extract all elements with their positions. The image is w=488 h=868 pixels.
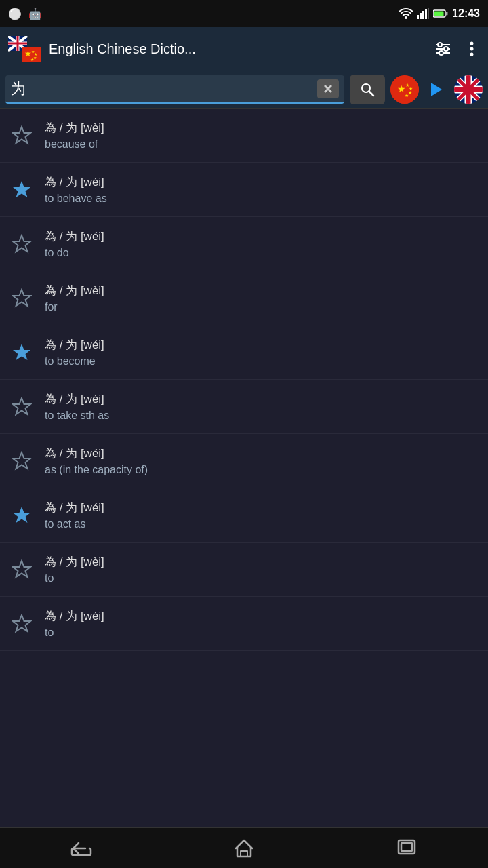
- list-item[interactable]: 為 / 为 [wéi]as (in the capacity of): [0, 434, 488, 488]
- status-right-icons: 12:43: [399, 7, 480, 20]
- filter-icon[interactable]: [434, 39, 453, 58]
- direction-arrow-button[interactable]: [424, 75, 449, 104]
- notification-dot-icon: ⚪: [8, 7, 22, 20]
- search-input-wrapper: [5, 75, 344, 104]
- app-logo: ★ ★ ★ ★ ★: [8, 36, 41, 62]
- svg-point-28: [470, 47, 474, 51]
- chinese-flag-button[interactable]: ★ ★ ★ ★ ★: [390, 75, 419, 104]
- item-english-text: to act as: [45, 518, 480, 530]
- item-content: 為 / 为 [wéi]to act as: [45, 500, 480, 530]
- status-bar: ⚪ 🤖 12:43: [0, 0, 488, 27]
- back-button[interactable]: [54, 835, 108, 862]
- clear-button[interactable]: [317, 79, 339, 98]
- item-chinese-text: 為 / 为 [wèi]: [45, 283, 480, 298]
- svg-point-25: [444, 47, 448, 51]
- list-item[interactable]: 為 / 为 [wéi]to act as: [0, 488, 488, 542]
- search-bar: ★ ★ ★ ★ ★: [0, 71, 488, 108]
- favorite-star-icon[interactable]: [8, 285, 35, 312]
- list-item[interactable]: 為 / 为 [wèi]because of: [0, 108, 488, 163]
- item-english-text: as (in the capacity of): [45, 464, 480, 476]
- favorite-star-icon[interactable]: [8, 556, 35, 583]
- item-english-text: to take sth as: [45, 410, 480, 422]
- wifi-icon: [399, 8, 413, 19]
- svg-marker-30: [324, 85, 332, 93]
- recents-button[interactable]: [380, 835, 434, 862]
- favorite-star-icon[interactable]: [8, 448, 35, 475]
- list-item[interactable]: 為 / 为 [wéi]to take sth as: [0, 380, 488, 434]
- item-content: 為 / 为 [wéi]to take sth as: [45, 391, 480, 422]
- search-input[interactable]: [11, 80, 317, 98]
- item-chinese-text: 為 / 为 [wéi]: [45, 446, 480, 461]
- svg-point-29: [470, 53, 474, 56]
- svg-text:★: ★: [30, 58, 34, 62]
- item-english-text: for: [45, 301, 480, 313]
- list-item[interactable]: 為 / 为 [wéi]to behave as: [0, 163, 488, 217]
- item-chinese-text: 為 / 为 [wéi]: [45, 500, 480, 515]
- svg-rect-7: [446, 12, 448, 16]
- svg-marker-50: [13, 127, 30, 143]
- svg-point-26: [439, 51, 443, 55]
- item-english-text: to: [45, 627, 480, 639]
- favorite-star-icon[interactable]: [8, 231, 35, 258]
- item-chinese-text: 為 / 为 [wéi]: [45, 337, 480, 353]
- status-time: 12:43: [452, 7, 480, 20]
- svg-rect-1: [420, 13, 422, 19]
- favorite-star-icon[interactable]: [8, 610, 35, 637]
- item-content: 為 / 为 [wéi]to do: [45, 229, 480, 259]
- item-chinese-text: 為 / 为 [wéi]: [45, 229, 480, 244]
- item-content: 為 / 为 [wèi]for: [45, 283, 480, 313]
- app-bar-actions: [434, 39, 480, 58]
- item-english-text: to do: [45, 247, 480, 259]
- app-title: English Chinese Dictio...: [49, 41, 426, 57]
- favorite-star-icon[interactable]: [8, 122, 35, 149]
- result-list: 為 / 为 [wèi]because of為 / 为 [wéi]to behav…: [0, 108, 488, 827]
- svg-point-24: [438, 43, 442, 47]
- item-chinese-text: 為 / 为 [wèi]: [45, 554, 480, 570]
- list-item[interactable]: 為 / 为 [wéi]to: [0, 597, 488, 651]
- battery-icon: [433, 9, 448, 18]
- status-left-icons: ⚪ 🤖: [8, 7, 42, 20]
- svg-rect-0: [417, 15, 419, 19]
- item-content: 為 / 为 [wéi]to: [45, 608, 480, 639]
- svg-marker-55: [13, 398, 30, 414]
- item-content: 為 / 为 [wèi]to: [45, 554, 480, 585]
- android-icon: 🤖: [28, 7, 42, 20]
- favorite-star-icon[interactable]: [8, 176, 35, 203]
- svg-rect-2: [422, 11, 424, 19]
- more-vertical-icon[interactable]: [464, 39, 480, 58]
- list-item[interactable]: 為 / 为 [wèi]to: [0, 542, 488, 597]
- home-button[interactable]: [217, 835, 271, 862]
- item-content: 為 / 为 [wéi]to behave as: [45, 174, 480, 205]
- svg-rect-6: [434, 12, 444, 16]
- item-chinese-text: 為 / 为 [wéi]: [45, 608, 480, 624]
- search-button[interactable]: [350, 75, 385, 104]
- item-content: 為 / 为 [wéi]as (in the capacity of): [45, 446, 480, 476]
- svg-marker-52: [13, 235, 30, 252]
- app-bar: ★ ★ ★ ★ ★ English Chinese Dictio...: [0, 27, 488, 71]
- favorite-star-icon[interactable]: [8, 339, 35, 366]
- svg-marker-56: [13, 452, 30, 469]
- svg-marker-57: [13, 507, 30, 523]
- item-chinese-text: 為 / 为 [wèi]: [45, 120, 480, 136]
- svg-marker-58: [13, 561, 30, 577]
- item-content: 為 / 为 [wéi]to become: [45, 337, 480, 368]
- svg-rect-3: [425, 9, 427, 19]
- item-english-text: to become: [45, 355, 480, 368]
- favorite-star-icon[interactable]: [8, 502, 35, 529]
- svg-text:★: ★: [405, 93, 409, 98]
- svg-point-27: [470, 42, 474, 45]
- bottom-nav: [0, 827, 488, 868]
- list-item[interactable]: 為 / 为 [wéi]to do: [0, 217, 488, 271]
- svg-marker-51: [13, 181, 30, 197]
- svg-line-32: [369, 91, 374, 96]
- list-item[interactable]: 為 / 为 [wèi]for: [0, 271, 488, 326]
- svg-marker-53: [13, 290, 30, 306]
- svg-marker-39: [431, 83, 442, 96]
- svg-rect-4: [428, 8, 429, 19]
- item-english-text: because of: [45, 138, 480, 151]
- uk-flag-button[interactable]: [454, 75, 483, 104]
- list-item[interactable]: 為 / 为 [wéi]to become: [0, 326, 488, 380]
- svg-marker-59: [13, 615, 30, 631]
- favorite-star-icon[interactable]: [8, 393, 35, 420]
- item-chinese-text: 為 / 为 [wéi]: [45, 174, 480, 190]
